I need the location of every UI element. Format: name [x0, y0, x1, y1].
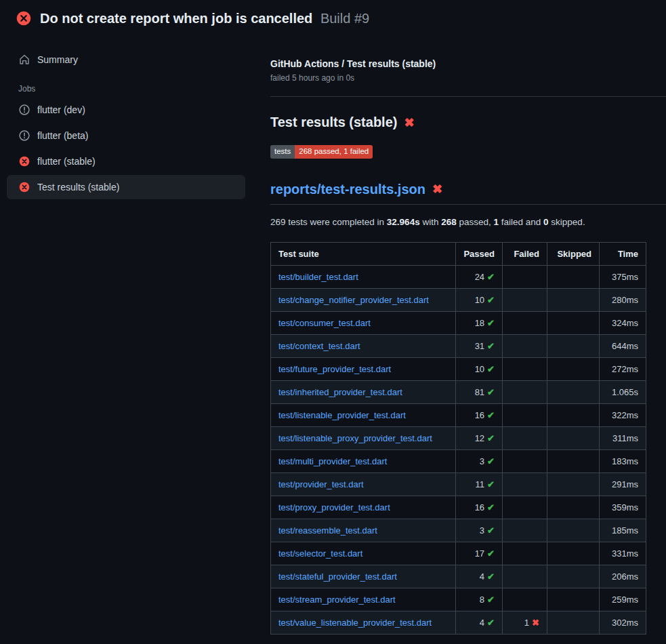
summary-line: 269 tests were completed in 32.964s with… — [270, 217, 666, 227]
cancelled-icon — [19, 130, 30, 141]
failed-cell — [503, 542, 547, 565]
table-row: test/change_notifier_provider_test.dart … — [271, 288, 646, 311]
divider — [270, 96, 666, 97]
sidebar-item-flutter-beta[interactable]: flutter (beta) — [7, 123, 245, 148]
table-row: test/inherited_provider_test.dart 81✔ 1.… — [271, 380, 646, 403]
suite-link[interactable]: test/value_listenable_provider_test.dart — [278, 618, 432, 628]
suite-link[interactable]: test/consumer_test.dart — [278, 318, 371, 328]
time-cell: 324ms — [600, 311, 646, 334]
suite-link[interactable]: test/stream_provider_test.dart — [278, 595, 396, 605]
suite-link[interactable]: test/future_provider_test.dart — [278, 364, 391, 374]
suite-link[interactable]: test/listenable_provider_test.dart — [278, 410, 406, 420]
check-icon: ✔ — [487, 387, 495, 397]
suite-link[interactable]: test/proxy_provider_test.dart — [278, 502, 390, 512]
col-header-skipped: Skipped — [547, 242, 600, 265]
test-results-table: Test suite Passed Failed Skipped Time te… — [270, 242, 646, 635]
passed-cell: 4✔ — [456, 611, 503, 634]
col-header-failed: Failed — [503, 242, 547, 265]
time-cell: 1.065s — [600, 380, 646, 403]
time-cell: 280ms — [600, 288, 646, 311]
passed-value: 10 — [475, 295, 484, 305]
red-x-icon: ✖ — [432, 183, 442, 195]
check-icon: ✔ — [487, 364, 495, 374]
cancelled-icon — [19, 104, 30, 115]
passed-cell: 3✔ — [456, 519, 503, 542]
check-icon: ✔ — [487, 525, 495, 536]
suite-link[interactable]: test/stateful_provider_test.dart — [278, 571, 397, 582]
check-icon: ✔ — [487, 318, 495, 328]
sidebar-item-flutter-stable[interactable]: flutter (stable) — [7, 149, 245, 174]
summary-text: 269 tests were completed in — [270, 217, 387, 227]
report-link[interactable]: reports/test-results.json — [270, 182, 425, 197]
passed-cell: 12✔ — [456, 426, 503, 449]
failed-cell — [503, 449, 547, 472]
passed-value: 12 — [475, 433, 484, 443]
check-icon: ✔ — [487, 410, 495, 420]
table-row: test/proxy_provider_test.dart 16✔ 359ms — [271, 496, 646, 519]
sidebar-item-test-results-stable[interactable]: Test results (stable) — [7, 175, 245, 199]
table-row: test/stream_provider_test.dart 8✔ 259ms — [271, 588, 646, 611]
table-row: test/listenable_proxy_provider_test.dart… — [271, 426, 646, 449]
passed-cell: 4✔ — [456, 565, 503, 588]
skipped-cell — [547, 380, 600, 403]
suite-link[interactable]: test/builder_test.dart — [278, 272, 358, 282]
table-row: test/reassemble_test.dart 3✔ 185ms — [271, 519, 646, 542]
table-row: test/future_provider_test.dart 10✔ 272ms — [271, 357, 646, 380]
table-row: test/builder_test.dart 24✔ 375ms — [271, 265, 646, 288]
summary-text: with — [420, 217, 442, 227]
time-cell: 302ms — [600, 611, 646, 634]
check-icon: ✔ — [487, 341, 495, 351]
failed-cell — [503, 380, 547, 403]
failed-status-icon — [16, 11, 31, 26]
sidebar-item-summary[interactable]: Summary — [7, 47, 245, 72]
suite-link[interactable]: test/listenable_proxy_provider_test.dart — [278, 433, 432, 443]
suite-link[interactable]: test/context_test.dart — [278, 341, 360, 351]
skipped-cell — [547, 357, 600, 380]
passed-value: 11 — [476, 479, 485, 489]
passed-cell: 11✔ — [456, 472, 503, 496]
red-x-icon: ✖ — [404, 117, 414, 129]
time-cell: 644ms — [600, 334, 646, 357]
table-header-row: Test suite Passed Failed Skipped Time — [271, 242, 646, 265]
suite-link[interactable]: test/change_notifier_provider_test.dart — [278, 295, 429, 305]
sidebar-item-label: Summary — [37, 54, 78, 65]
suite-link[interactable]: test/provider_test.dart — [278, 479, 364, 489]
time-cell: 259ms — [600, 588, 646, 611]
table-row: test/context_test.dart 31✔ 644ms — [271, 334, 646, 357]
passed-value: 8 — [480, 595, 484, 605]
col-header-test-suite: Test suite — [271, 242, 456, 265]
report-title: reports/test-results.json ✖ — [270, 182, 666, 205]
check-icon: ✔ — [487, 272, 495, 282]
suite-link[interactable]: test/reassemble_test.dart — [278, 525, 377, 536]
sidebar-item-flutter-dev[interactable]: flutter (dev) — [7, 98, 245, 122]
suite-link[interactable]: test/inherited_provider_test.dart — [278, 387, 402, 397]
summary-text: skipped. — [549, 217, 585, 227]
summary-skipped: 0 — [543, 217, 549, 227]
passed-value: 17 — [475, 548, 484, 559]
col-header-passed: Passed — [456, 242, 503, 265]
passed-value: 31 — [475, 341, 484, 351]
summary-passed: 268 — [441, 217, 457, 227]
passed-value: 18 — [475, 318, 484, 328]
x-circle-icon — [19, 156, 30, 167]
skipped-cell — [547, 519, 600, 542]
test-table-body: test/builder_test.dart 24✔ 375ms test/ch… — [271, 265, 646, 634]
table-row: test/stateful_provider_test.dart 4✔ 206m… — [271, 565, 646, 588]
suite-link[interactable]: test/multi_provider_test.dart — [278, 456, 387, 466]
skipped-cell — [547, 496, 600, 519]
sidebar: Summary Jobs flutter (dev) flutter (beta… — [0, 34, 257, 201]
passed-cell: 8✔ — [456, 588, 503, 611]
check-icon: ✔ — [487, 548, 495, 559]
page-title: Do not create report when job is cancell… — [40, 9, 369, 27]
passed-value: 16 — [475, 410, 484, 420]
section-title-text: Test results (stable) — [270, 115, 397, 130]
passed-value: 4 — [480, 618, 484, 628]
skipped-cell — [547, 403, 600, 426]
table-row: test/provider_test.dart 11✔ 291ms — [271, 472, 646, 496]
passed-cell: 17✔ — [456, 542, 503, 565]
badge-value: 268 passed, 1 failed — [295, 145, 373, 159]
check-icon: ✔ — [487, 502, 495, 512]
main-content: GitHub Actions / Test results (stable) f… — [257, 34, 666, 635]
passed-cell: 16✔ — [456, 403, 503, 426]
suite-link[interactable]: test/selector_test.dart — [278, 548, 362, 559]
